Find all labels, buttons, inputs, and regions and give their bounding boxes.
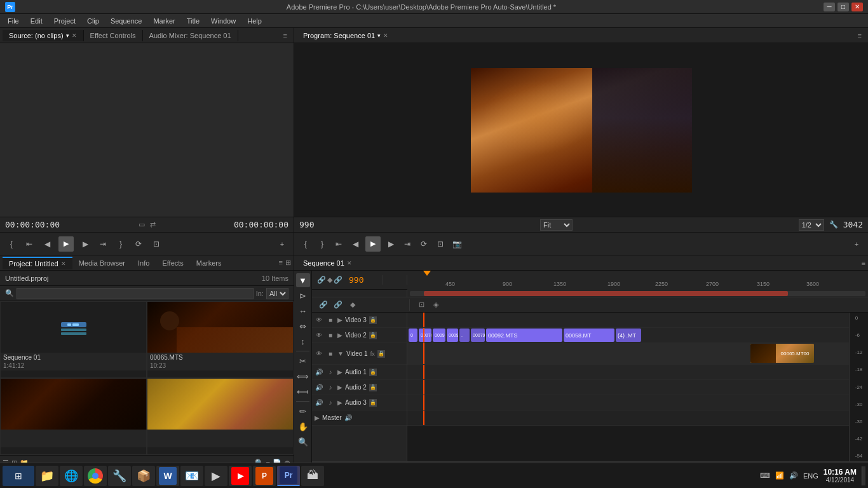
taskbar-premiere[interactable]: Pr (277, 466, 300, 486)
tab-program-arrow[interactable]: ▾ (377, 32, 381, 39)
tab-effects[interactable]: Effects (156, 257, 189, 269)
prog-go-out[interactable]: ⇥ (401, 238, 414, 250)
tool-razor[interactable]: ✂ (296, 354, 310, 368)
prog-go-in[interactable]: ⇤ (332, 238, 345, 250)
taskbar-chrome[interactable] (84, 466, 107, 486)
tl-snap-toggle[interactable]: 🔗 (317, 299, 330, 311)
prog-step-fwd[interactable]: ▶ (384, 238, 397, 250)
tl-link-select[interactable]: 🔗 (332, 299, 344, 311)
menu-file[interactable]: File (3, 16, 24, 26)
tl-btn2[interactable]: ◈ (430, 299, 442, 311)
timeline-nav-scrollbar[interactable] (410, 291, 865, 296)
track-lock-audio3[interactable]: 🔒 (369, 399, 377, 407)
taskbar-app5[interactable]: 📧 (180, 466, 203, 486)
track-vis-audio3[interactable]: 🔊 (315, 398, 323, 407)
source-step-fwd[interactable]: ▶ (79, 238, 92, 250)
tl-marker-icon[interactable]: ◆ (327, 276, 332, 284)
tool-zoom[interactable]: 🔍 (296, 435, 310, 449)
taskbar-winrar[interactable]: 📦 (132, 466, 155, 486)
source-step-back[interactable]: ◀ (41, 238, 53, 250)
clip-video2-8[interactable]: 00058.MT (564, 329, 614, 342)
track-expand-video3[interactable]: ▶ (337, 316, 342, 323)
menu-help[interactable]: Help (242, 16, 267, 26)
source-safe[interactable]: ⊡ (150, 238, 163, 250)
tool-pen[interactable]: ✏ (296, 404, 310, 418)
taskbar-media[interactable]: ▶ (205, 466, 227, 486)
tool-rolling-edit[interactable]: ⇔ (296, 319, 310, 333)
maximize-button[interactable]: □ (837, 3, 849, 11)
tab-source-no-clips[interactable]: Source: (no clips) ▾ ✕ (3, 30, 84, 41)
prog-play[interactable]: ▶ (365, 236, 381, 252)
taskbar-app6[interactable]: ▶ (229, 466, 252, 486)
menu-sequence[interactable]: Sequence (105, 16, 147, 26)
tab-source-arrow[interactable]: ▾ (66, 32, 69, 39)
minimize-button[interactable]: ─ (824, 3, 835, 11)
track-expand-video1[interactable]: ▼ (337, 350, 344, 357)
tl-add-marker[interactable]: ◆ (346, 299, 359, 311)
taskbar-photos[interactable]: 🏔 (301, 466, 324, 486)
menu-window[interactable]: Window (206, 16, 241, 26)
track-lock-audio2[interactable]: 🔒 (369, 384, 377, 391)
tool-ripple-edit[interactable]: ↔ (296, 304, 310, 318)
tool-slip[interactable]: ⟺ (296, 369, 310, 383)
timeline-tab-close[interactable]: ✕ (347, 260, 352, 266)
prog-step-back[interactable]: ◀ (349, 238, 362, 250)
tab-sequence01[interactable]: Sequence 01 ✕ (297, 257, 358, 269)
project-icon2[interactable]: ⊞ (285, 259, 291, 267)
track-lock-audio1[interactable]: 🔒 (369, 369, 377, 376)
tab-effect-controls[interactable]: Effect Controls (84, 30, 143, 41)
tab-source-close[interactable]: ✕ (72, 32, 77, 39)
track-vis-audio1[interactable]: 🔊 (315, 368, 323, 377)
project-item-video2[interactable] (0, 378, 147, 455)
clip-video2-4[interactable]: 0009 (447, 329, 458, 342)
tool-track-select[interactable]: ⊳ (296, 288, 310, 302)
clip-video2-9[interactable]: (4) .MT (616, 329, 641, 342)
taskbar-clock[interactable]: 10:16 AM 4/12/2014 (824, 468, 857, 484)
clip-video2-7[interactable]: 00092.MTS (486, 329, 562, 342)
in-select[interactable]: All (266, 288, 288, 299)
track-expand-video2[interactable]: ▶ (337, 332, 342, 339)
tab-media-browser[interactable]: Media Browser (72, 257, 132, 269)
prog-export[interactable]: 📷 (451, 238, 463, 250)
track-vis-video1[interactable]: 👁 (315, 349, 323, 358)
menu-marker[interactable]: Marker (148, 16, 180, 26)
prog-mark-out[interactable]: } (316, 238, 329, 250)
taskbar-ie[interactable]: 🌐 (60, 466, 83, 486)
quality-select[interactable]: 1/2 Full 1/4 (799, 219, 824, 231)
taskbar-ppt[interactable]: P (253, 466, 276, 486)
clip-video1-1[interactable]: 00065.MT00 (750, 344, 814, 363)
track-vis-video3[interactable]: 👁 (315, 316, 323, 325)
tool-selection[interactable]: ▼ (296, 273, 310, 287)
project-icon1[interactable]: ≡ (279, 259, 283, 267)
prog-safe[interactable]: ⊡ (434, 238, 447, 250)
source-go-in[interactable]: ⇤ (23, 238, 36, 250)
menu-edit[interactable]: Edit (25, 16, 48, 26)
tl-link-icon[interactable]: 🔗 (334, 276, 342, 284)
track-expand-audio2[interactable]: ▶ (337, 384, 342, 391)
track-lock-video3[interactable]: 🔒 (369, 316, 377, 324)
track-expand-audio1[interactable]: ▶ (337, 369, 342, 376)
tool-rate-stretch[interactable]: ↕ (296, 334, 310, 348)
tl-btn1[interactable]: ⊡ (415, 299, 428, 311)
tray-show-desktop[interactable] (862, 466, 865, 485)
clip-video2-6[interactable]: 00079. (471, 329, 485, 342)
taskbar-explorer[interactable]: 📁 (36, 466, 58, 486)
track-lock-video1[interactable]: 🔒 (377, 350, 385, 358)
menu-title[interactable]: Title (182, 16, 205, 26)
tab-project-close[interactable]: ✕ (61, 261, 66, 267)
clip-video2-5[interactable]: . (459, 329, 470, 342)
source-mark-in[interactable]: { (5, 238, 18, 250)
source-play[interactable]: ▶ (58, 236, 74, 252)
clip-video2-3[interactable]: 0009 (433, 329, 445, 342)
close-button[interactable]: ✕ (851, 3, 863, 11)
track-vis-video2[interactable]: 👁 (315, 331, 323, 340)
tab-program-seq01[interactable]: Program: Sequence 01 ▾ ✕ (297, 30, 395, 41)
clip-video2-1[interactable]: 0 (409, 329, 417, 342)
tl-snap-icon[interactable]: 🔗 (317, 276, 326, 284)
search-input[interactable] (17, 288, 254, 299)
prog-mark-in[interactable]: { (299, 238, 312, 250)
project-item-video3[interactable] (147, 378, 294, 455)
menu-clip[interactable]: Clip (82, 16, 104, 26)
tool-slide[interactable]: ⟻ (296, 384, 310, 398)
tool-hand[interactable]: ✋ (296, 419, 310, 433)
